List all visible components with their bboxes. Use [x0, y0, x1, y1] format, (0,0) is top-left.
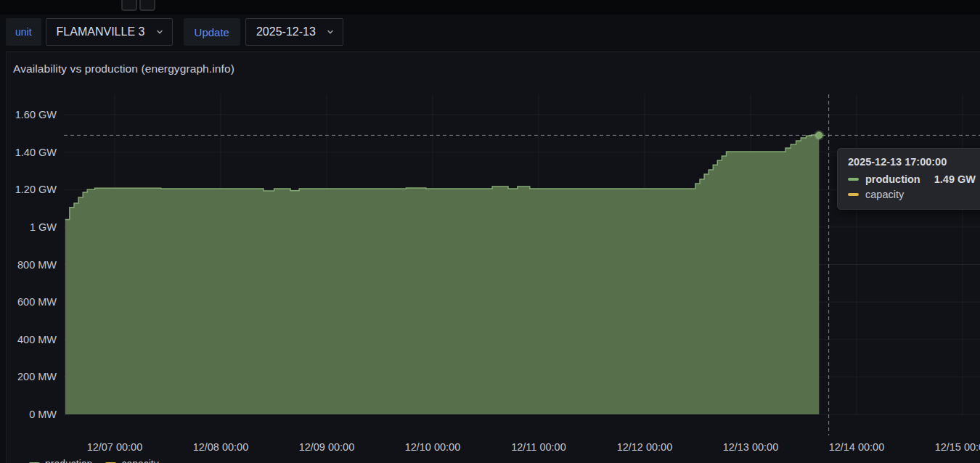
- x-axis-tick-label: 12/15 00:00: [935, 441, 980, 453]
- y-axis-tick-label: 600 MW: [17, 296, 57, 308]
- chart-svg[interactable]: 0 MW200 MW400 MW600 MW800 MW1 GW1.20 GW1…: [0, 0, 980, 463]
- page: unit FLAMANVILLE 3 Update 2025-12-13 Ava…: [0, 0, 980, 463]
- x-axis-tick-label: 12/14 00:00: [829, 441, 885, 453]
- legend-label: capacity: [121, 458, 158, 463]
- y-axis-tick-label: 1.40 GW: [15, 147, 57, 158]
- tooltip-row-capacity: capacity: [848, 189, 980, 200]
- capacity-series-swatch: [848, 193, 859, 196]
- hover-point-dot: [816, 132, 822, 139]
- x-axis-tick-label: 12/12 00:00: [617, 441, 673, 453]
- tooltip-time: 2025-12-13 17:00:00: [848, 156, 980, 168]
- y-axis-tick-label: 400 MW: [17, 334, 57, 345]
- y-axis-tick-label: 1 GW: [30, 221, 57, 233]
- production-series-swatch: [848, 178, 859, 181]
- tooltip-series-name: capacity: [865, 189, 904, 200]
- tooltip-series-value: 1.49 GW: [934, 173, 976, 185]
- x-axis-tick-label: 12/07 00:00: [87, 441, 143, 453]
- chart-tooltip: 2025-12-13 17:00:00 production 1.49 GW c…: [837, 148, 980, 210]
- legend-item-production[interactable]: production: [29, 458, 92, 463]
- chart-legend: production capacity: [29, 458, 159, 463]
- y-axis-tick-label: 200 MW: [17, 371, 57, 382]
- tooltip-row-production: production 1.49 GW: [848, 173, 980, 185]
- x-axis-tick-label: 12/10 00:00: [405, 441, 461, 453]
- legend-label: production: [45, 458, 92, 463]
- legend-item-capacity[interactable]: capacity: [105, 458, 158, 463]
- x-axis-tick-label: 12/09 00:00: [299, 441, 355, 453]
- x-axis-tick-label: 12/11 00:00: [511, 441, 566, 453]
- tooltip-series-name: production: [865, 173, 920, 185]
- x-axis-tick-label: 12/08 00:00: [193, 441, 249, 453]
- production-area: [65, 135, 820, 414]
- y-axis-tick-label: 800 MW: [17, 259, 57, 271]
- x-axis-tick-label: 12/13 00:00: [723, 441, 779, 453]
- y-axis-tick-label: 1.60 GW: [15, 109, 57, 120]
- y-axis-tick-label: 0 MW: [29, 409, 57, 420]
- y-axis-tick-label: 1.20 GW: [15, 184, 57, 195]
